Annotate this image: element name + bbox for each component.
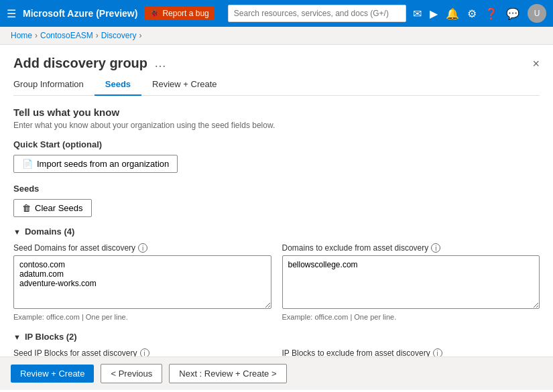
exclude-domains-example: Example: office.com | One per line. [282, 313, 540, 321]
tabs: Group Information Seeds Review + Create [13, 74, 540, 96]
clear-seeds-button[interactable]: 🗑 Clear Seeds [13, 199, 92, 217]
ip-blocks-collapse-arrow: ▼ [13, 333, 21, 341]
seed-ip-blocks-label: Seed IP Blocks for asset discovery i [13, 348, 271, 356]
ip-blocks-section: ▼ IP Blocks (2) Seed IP Blocks for asset… [13, 332, 540, 356]
domains-collapse-arrow: ▼ [13, 228, 21, 236]
tab-seeds[interactable]: Seeds [95, 74, 141, 96]
seed-domains-textarea[interactable]: contoso.com adatum.com adventure-works.c… [13, 255, 271, 309]
import-seeds-button[interactable]: 📄 Import seeds from an organization [13, 155, 178, 173]
avatar[interactable]: U [528, 4, 546, 23]
import-icon: 📄 [22, 159, 33, 169]
review-create-button[interactable]: Review + Create [11, 365, 94, 383]
seed-domains-group: Seed Domains for asset discovery i conto… [13, 243, 271, 321]
breadcrumb-sep-2: › [96, 31, 99, 40]
bug-icon: 🐞 [149, 9, 160, 18]
breadcrumb: Home › ContosoEASM › Discovery › [0, 27, 553, 45]
close-button[interactable]: × [532, 58, 540, 70]
domains-form-row: Seed Domains for asset discovery i conto… [13, 243, 540, 321]
seeds-label: Seeds [13, 184, 540, 194]
feedback-icon[interactable]: 💬 [506, 7, 519, 20]
breadcrumb-sep-3: › [139, 31, 141, 40]
exclude-ip-blocks-group: IP Blocks to exclude from asset discover… [282, 348, 540, 356]
hamburger-icon[interactable]: ☰ [7, 7, 16, 20]
alerts-icon[interactable]: 🔔 [446, 7, 459, 20]
notifications-icon[interactable]: ✉ [413, 7, 422, 20]
search-input[interactable] [228, 5, 406, 22]
seed-ip-blocks-group: Seed IP Blocks for asset discovery i 10.… [13, 348, 271, 356]
breadcrumb-contoso[interactable]: ContosoEASM [40, 31, 93, 40]
domains-collapse-header[interactable]: ▼ Domains (4) [13, 226, 540, 237]
seed-domains-example: Example: office.com | One per line. [13, 313, 271, 321]
page-menu-icon[interactable]: … [154, 56, 166, 70]
topbar-icons: ✉ ▶ 🔔 ⚙ ❓ 💬 U [413, 4, 546, 23]
section-header: Tell us what you know Enter what you kno… [13, 107, 540, 130]
exclude-domains-textarea[interactable]: bellowscollege.com [282, 255, 540, 309]
breadcrumb-discovery[interactable]: Discovery [101, 31, 137, 40]
previous-button[interactable]: < Previous [101, 364, 162, 383]
page-content: Add discovery group … × Group Informatio… [0, 45, 553, 356]
topbar: ☰ Microsoft Azure (Preview) 🐞 Report a b… [0, 0, 553, 27]
clear-seeds-label: Clear Seeds [35, 203, 83, 213]
tab-review-create[interactable]: Review + Create [141, 74, 227, 96]
domains-section: ▼ Domains (4) Seed Domains for asset dis… [13, 226, 540, 321]
quick-start-label: Quick Start (optional) [13, 139, 540, 149]
seed-domains-info-icon[interactable]: i [138, 243, 147, 253]
brand-label: Microsoft Azure (Preview) [23, 8, 137, 19]
breadcrumb-sep-1: › [35, 31, 38, 40]
ip-blocks-collapse-header[interactable]: ▼ IP Blocks (2) [13, 332, 540, 342]
page-header: Add discovery group … × [13, 56, 540, 71]
breadcrumb-home[interactable]: Home [11, 31, 32, 40]
exclude-domains-label: Domains to exclude from asset discovery … [282, 243, 540, 253]
seeds-section: Seeds 🗑 Clear Seeds [13, 184, 540, 217]
ip-blocks-section-label: IP Blocks (2) [25, 332, 77, 342]
page-title: Add discovery group [13, 56, 147, 71]
settings-icon[interactable]: ⚙ [467, 7, 477, 20]
next-button[interactable]: Next : Review + Create > [169, 364, 286, 383]
section-title: Tell us what you know [13, 107, 540, 118]
import-seeds-label: Import seeds from an organization [37, 159, 169, 169]
bottom-bar: Review + Create < Previous Next : Review… [0, 356, 553, 390]
cloud-shell-icon[interactable]: ▶ [430, 7, 438, 20]
exclude-ip-blocks-label: IP Blocks to exclude from asset discover… [282, 348, 540, 356]
seed-ip-blocks-info-icon[interactable]: i [140, 348, 149, 356]
exclude-ip-blocks-info-icon[interactable]: i [433, 348, 442, 356]
report-bug-label: Report a bug [162, 9, 208, 18]
exclude-domains-group: Domains to exclude from asset discovery … [282, 243, 540, 321]
clear-icon: 🗑 [22, 203, 31, 213]
ip-blocks-form-row: Seed IP Blocks for asset discovery i 10.… [13, 348, 540, 356]
tab-group-information[interactable]: Group Information [13, 74, 95, 96]
report-bug-button[interactable]: 🐞 Report a bug [144, 7, 214, 20]
quick-start-section: Quick Start (optional) 📄 Import seeds fr… [13, 139, 540, 173]
exclude-domains-info-icon[interactable]: i [431, 243, 440, 253]
seed-domains-label: Seed Domains for asset discovery i [13, 243, 271, 253]
help-icon[interactable]: ❓ [485, 7, 498, 20]
domains-section-label: Domains (4) [25, 226, 74, 237]
section-subtitle: Enter what you know about your organizat… [13, 121, 540, 130]
